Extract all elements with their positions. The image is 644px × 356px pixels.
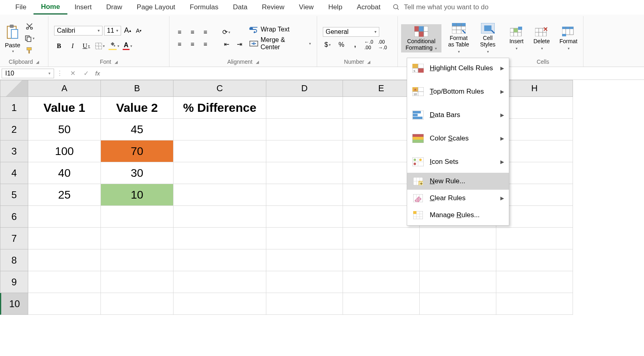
cell-C2[interactable] [174, 119, 266, 140]
cf-new-rule[interactable]: New Rule... [407, 173, 509, 190]
cf-icon-sets[interactable]: Icon Sets ▶ [407, 153, 509, 170]
paste-icon[interactable] [5, 23, 20, 41]
cell-styles-button[interactable]: Cell Styles ▾ [476, 21, 500, 56]
cell-A6[interactable] [28, 206, 101, 228]
tab-file[interactable]: File [8, 1, 33, 14]
row-header-10[interactable]: 10 [0, 293, 28, 315]
number-format-combo[interactable]: General▾ [323, 27, 379, 37]
increase-decimal-icon[interactable]: ←.0.00 [364, 40, 374, 50]
cell-G8[interactable] [420, 249, 496, 271]
cell-D10[interactable] [266, 293, 343, 315]
decrease-decimal-icon[interactable]: .00→.0 [378, 40, 387, 50]
cell-C6[interactable] [174, 206, 266, 228]
cell-C4[interactable] [174, 162, 266, 184]
merge-center-button[interactable]: Merge & Center▾ [249, 36, 311, 51]
shrink-font-icon[interactable]: A▾ [134, 26, 144, 36]
alignment-launcher[interactable]: ◢ [256, 60, 259, 64]
tell-me-search[interactable]: Tell me what you want to do [393, 3, 489, 11]
number-launcher[interactable]: ◢ [367, 60, 370, 64]
align-left-icon[interactable]: ≡ [175, 40, 184, 49]
grow-font-icon[interactable]: A▴ [123, 26, 132, 36]
column-header-A[interactable]: A [28, 80, 101, 97]
row-header-8[interactable]: 8 [0, 249, 28, 271]
cf-clear-rules[interactable]: Clear Rules ▶ [407, 190, 509, 207]
italic-button[interactable]: I [68, 41, 77, 51]
cell-D2[interactable] [266, 119, 343, 140]
cell-D4[interactable] [266, 162, 343, 184]
currency-icon[interactable]: $▾ [323, 40, 332, 50]
cell-B7[interactable] [101, 228, 174, 249]
conditional-formatting-button[interactable]: Conditional Formatting ▾ [401, 24, 441, 52]
row-header-5[interactable]: 5 [0, 184, 28, 206]
cell-D3[interactable] [266, 140, 343, 162]
cell-B8[interactable] [101, 249, 174, 271]
cell-A2[interactable]: 50 [28, 119, 101, 140]
cell-C10[interactable] [174, 293, 266, 315]
decrease-indent-icon[interactable]: ⇤ [222, 40, 231, 49]
cell-A10[interactable] [28, 293, 101, 315]
fill-color-button[interactable]: ▾ [109, 41, 119, 51]
align-bottom-icon[interactable]: ≡ [201, 28, 210, 37]
row-header-7[interactable]: 7 [0, 228, 28, 249]
cell-G7[interactable] [420, 228, 496, 249]
paste-label[interactable]: Paste [5, 42, 20, 48]
cell-C8[interactable] [174, 249, 266, 271]
cf-manage-rules[interactable]: Manage Rules... [407, 207, 509, 224]
cell-E7[interactable] [343, 228, 420, 249]
format-as-table-button[interactable]: Format as Table ▾ [443, 21, 474, 56]
cell-A3[interactable]: 100 [28, 140, 101, 162]
wrap-text-button[interactable]: abWrap Text [249, 26, 311, 33]
tab-pagelayout[interactable]: Page Layout [130, 1, 182, 14]
bold-button[interactable]: B [54, 41, 64, 51]
fx-icon[interactable]: fx [95, 70, 100, 77]
tab-acrobat[interactable]: Acrobat [349, 1, 388, 14]
cell-B9[interactable] [101, 271, 174, 293]
cell-C1[interactable]: % Difference [174, 97, 266, 119]
tab-view[interactable]: View [292, 1, 321, 14]
clipboard-launcher[interactable]: ◢ [36, 60, 39, 64]
tab-draw[interactable]: Draw [99, 1, 130, 14]
cell-C9[interactable] [174, 271, 266, 293]
orientation-icon[interactable]: ⟳▾ [222, 28, 231, 37]
select-all-corner[interactable] [0, 80, 28, 97]
cell-G10[interactable] [420, 293, 496, 315]
row-header-3[interactable]: 3 [0, 140, 28, 162]
cell-C5[interactable] [174, 184, 266, 206]
cell-B6[interactable] [101, 206, 174, 228]
cell-D8[interactable] [266, 249, 343, 271]
align-right-icon[interactable]: ≡ [201, 40, 210, 49]
increase-indent-icon[interactable]: ⇥ [235, 40, 244, 49]
cell-E10[interactable] [343, 293, 420, 315]
tab-help[interactable]: Help [321, 1, 349, 14]
format-cells-button[interactable]: Format▾ [556, 24, 580, 52]
align-middle-icon[interactable]: ≡ [188, 28, 197, 37]
cf-color-scales[interactable]: Color Scales ▶ [407, 130, 509, 147]
cut-icon[interactable] [24, 21, 35, 31]
font-launcher[interactable]: ◢ [115, 60, 118, 64]
cell-G9[interactable] [420, 271, 496, 293]
cell-A9[interactable] [28, 271, 101, 293]
cell-D1[interactable] [266, 97, 343, 119]
cf-highlight-cells[interactable]: ≤ Highlight Cells Rules ▶ [407, 60, 509, 77]
column-header-C[interactable]: C [174, 80, 266, 97]
enter-formula-icon[interactable]: ✓ [84, 69, 89, 77]
column-header-D[interactable]: D [266, 80, 343, 97]
row-header-9[interactable]: 9 [0, 271, 28, 293]
font-name-combo[interactable]: Calibri▾ [54, 26, 102, 36]
tab-formulas[interactable]: Formulas [182, 1, 226, 14]
cell-A1[interactable]: Value 1 [28, 97, 101, 119]
row-header-6[interactable]: 6 [0, 206, 28, 228]
row-header-1[interactable]: 1 [0, 97, 28, 119]
align-center-icon[interactable]: ≡ [188, 40, 197, 49]
row-header-2[interactable]: 2 [0, 119, 28, 140]
cell-E9[interactable] [343, 271, 420, 293]
cell-H7[interactable] [496, 228, 573, 249]
cell-B1[interactable]: Value 2 [101, 97, 174, 119]
percent-icon[interactable]: % [337, 40, 346, 50]
cell-H10[interactable] [496, 293, 573, 315]
cell-B3[interactable]: 70 [101, 140, 174, 162]
insert-cells-button[interactable]: Insert▾ [506, 24, 527, 52]
paste-caret[interactable]: ▾ [12, 49, 14, 53]
cell-A4[interactable]: 40 [28, 162, 101, 184]
comma-icon[interactable]: , [350, 40, 360, 50]
